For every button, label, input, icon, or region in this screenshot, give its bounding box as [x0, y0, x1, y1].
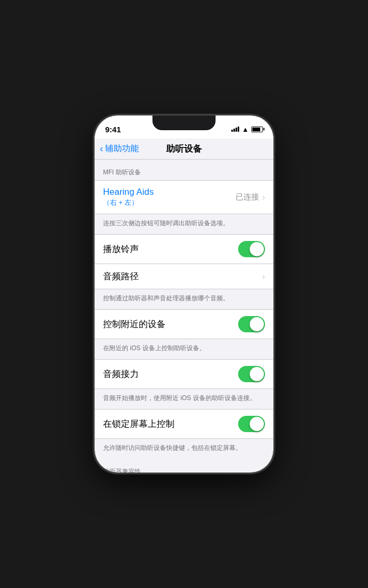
audio-route-title: 音频路径	[103, 270, 262, 282]
audio-route-row[interactable]: 音频路径 ›	[95, 264, 273, 289]
play-ringtone-title: 播放铃声	[103, 243, 238, 255]
toggle-thumb	[250, 417, 264, 431]
notch	[152, 116, 216, 130]
control-nearby-group: 控制附近的设备	[95, 309, 273, 339]
description4: 音频开始播放时，使用附近 iOS 设备的助听设备连接。	[95, 389, 273, 409]
lock-screen-toggle[interactable]	[238, 416, 265, 432]
section-label-mfi: MFI 助听设备	[95, 160, 273, 180]
phone-frame: 9:41 ▲ ‹ 辅助功能 助听设备	[95, 116, 273, 472]
play-ringtone-row[interactable]: 播放铃声	[95, 235, 273, 264]
lock-screen-row[interactable]: 在锁定屏幕上控制	[95, 410, 273, 438]
nav-back-label: 辅助功能	[105, 143, 139, 154]
hearing-aids-subtitle: （右 + 左）	[103, 198, 236, 207]
section-label-compat: 助听器兼容性	[95, 459, 273, 472]
audio-handoff-toggle[interactable]	[238, 366, 265, 382]
lock-screen-group: 在锁定屏幕上控制	[95, 409, 273, 439]
ringtone-audio-group: 播放铃声 音频路径 ›	[95, 234, 273, 289]
chevron-left-icon: ‹	[100, 143, 103, 154]
hearing-aids-row[interactable]: Hearing Aids （右 + 左） 已连接 ›	[95, 181, 273, 214]
audio-handoff-group: 音频接力	[95, 359, 273, 389]
play-ringtone-toggle[interactable]	[238, 241, 265, 257]
chevron-right-icon: ›	[262, 272, 265, 281]
control-nearby-row[interactable]: 控制附近的设备	[95, 310, 273, 339]
battery-icon	[251, 127, 263, 132]
toggle-thumb	[250, 242, 264, 256]
content-area[interactable]: MFI 助听设备 Hearing Aids （右 + 左） 已连接 › 连按三次…	[95, 160, 273, 472]
nav-title: 助听设备	[166, 143, 202, 155]
nav-back-button[interactable]: ‹ 辅助功能	[100, 143, 139, 154]
connected-label: 已连接	[236, 192, 259, 202]
description1: 连按三次侧边按钮可随时调出助听设备选项。	[95, 214, 273, 234]
chevron-right-icon: ›	[262, 193, 265, 202]
signal-icon	[231, 127, 239, 132]
description2: 控制通过助听器和声音处理器播放哪个音频。	[95, 289, 273, 309]
toggle-thumb	[250, 317, 264, 331]
audio-handoff-row[interactable]: 音频接力	[95, 360, 273, 388]
screen: 9:41 ▲ ‹ 辅助功能 助听设备	[95, 116, 273, 472]
hearing-aids-group: Hearing Aids （右 + 左） 已连接 ›	[95, 180, 273, 214]
description5: 允许随时访问助听设备快捷键，包括在锁定屏幕。	[95, 439, 273, 459]
toggle-thumb	[250, 367, 264, 381]
description3: 在附近的 iOS 设备上控制助听设备。	[95, 339, 273, 359]
wifi-icon: ▲	[242, 125, 249, 133]
hearing-aids-title: Hearing Aids	[103, 187, 236, 197]
status-time: 9:41	[105, 125, 121, 134]
audio-handoff-title: 音频接力	[103, 368, 238, 380]
nav-bar: ‹ 辅助功能 助听设备	[95, 139, 273, 160]
control-nearby-toggle[interactable]	[238, 316, 265, 332]
lock-screen-title: 在锁定屏幕上控制	[103, 418, 238, 430]
control-nearby-title: 控制附近的设备	[103, 318, 238, 330]
status-icons: ▲	[231, 125, 263, 133]
